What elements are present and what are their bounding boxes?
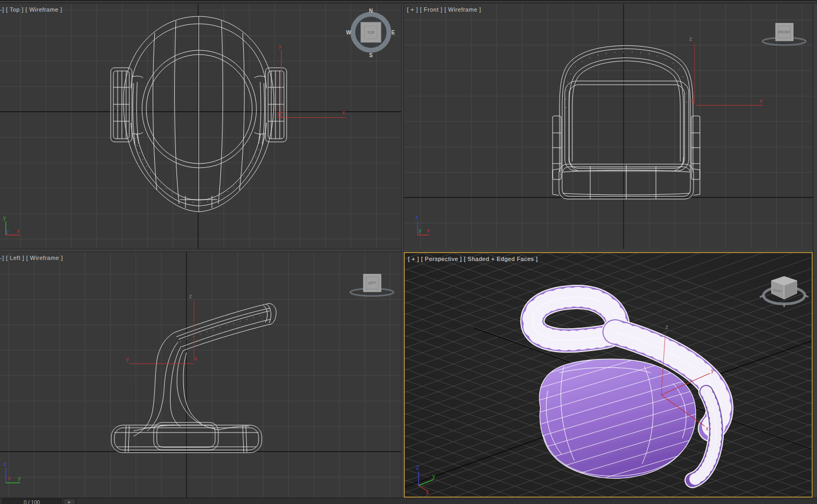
svg-text:z: z [689,36,692,42]
axis-tripod: Z y x [416,465,435,496]
origin-axes [0,252,401,498]
svg-text:Y: Y [690,98,694,104]
viewport-divider-vertical[interactable] [401,4,404,498]
origin-axes [404,4,813,249]
svg-text:Z: Z [416,465,419,471]
svg-text:x: x [8,475,11,481]
axis-tripod: z y x [415,214,430,235]
viewport-label-perspective[interactable]: [ + ] [ Perspective ] [ Shaded + Edged F… [408,256,538,262]
svg-text:x: x [427,228,430,233]
svg-text:FRONT: FRONT [778,30,790,34]
svg-text:y: y [432,473,435,479]
transform-gizmo[interactable]: y x [278,43,346,118]
svg-text:z: z [189,293,192,299]
origin-axes [0,4,401,249]
svg-text:z: z [415,214,418,220]
svg-text:N: N [369,8,372,14]
svg-text:y: y [3,215,6,221]
svg-text:x: x [760,98,762,104]
svg-text:x: x [426,490,429,496]
svg-text:z: z [665,324,668,330]
viewport-label-front[interactable]: [ + ] [ Front ] [ Wireframe ] [407,6,481,13]
viewport-divider-horizontal[interactable] [0,249,813,252]
svg-text:x: x [342,110,345,115]
right-edge-strip [813,4,817,498]
svg-text:z: z [4,461,6,467]
svg-text:TOP: TOP [367,31,375,34]
svg-text:y: y [419,228,421,233]
viewcube-left[interactable]: LEFT [350,274,394,296]
viewport-label-top[interactable]: -] [ Top ] [ Wireframe ] [0,6,63,13]
bar-separator [76,498,77,504]
svg-text:S: S [369,52,373,58]
viewport-perspective[interactable]: z y x Z y x FRONT [404,252,813,498]
chair-perspective-shaded[interactable] [511,297,733,497]
viewport-front[interactable]: z Y x z y x FRONT [ + ] [ Front ] [ Wire… [404,4,813,249]
max-viewport-area: y x y x z TOP N S W E -] [ Top ] [ Wire [0,0,817,504]
svg-text:x: x [706,426,708,431]
svg-text:W: W [346,30,351,35]
viewport-left[interactable]: z y x z y x LEFT -] [ Left ] [ Wireframe… [0,252,401,498]
svg-text:y: y [279,43,281,49]
viewport-top[interactable]: y x y x z TOP N S W E -] [ Top ] [ Wire [0,4,401,249]
next-frame-button[interactable]: ▸ [64,499,75,504]
svg-text:x: x [17,228,20,234]
chair-front-wireframe[interactable] [553,46,700,199]
viewport-label-left[interactable]: -] [ Left ] [ Wireframe ] [0,255,63,261]
top-edge-strip [0,0,817,4]
svg-text:y: y [126,356,129,362]
svg-text:x: x [194,356,197,362]
svg-text:y: y [18,475,21,481]
axis-tripod: z y x [4,461,21,483]
svg-text:z: z [6,229,9,235]
chair-top-wireframe[interactable] [111,16,287,212]
transform-gizmo[interactable]: z Y x [689,36,763,105]
viewcube-front[interactable]: FRONT [762,23,806,45]
current-frame-field[interactable]: 0 / 100 [2,499,61,504]
time-slider-bar: 0 / 100 ▸ [0,498,817,504]
svg-text:E: E [392,30,395,35]
svg-text:y: y [711,368,714,374]
axis-tripod: y x z [3,215,20,235]
viewcube-perspective[interactable]: FRONT [760,276,809,307]
svg-text:LEFT: LEFT [368,281,376,285]
viewcube-top[interactable]: TOP N S W E [346,8,395,58]
